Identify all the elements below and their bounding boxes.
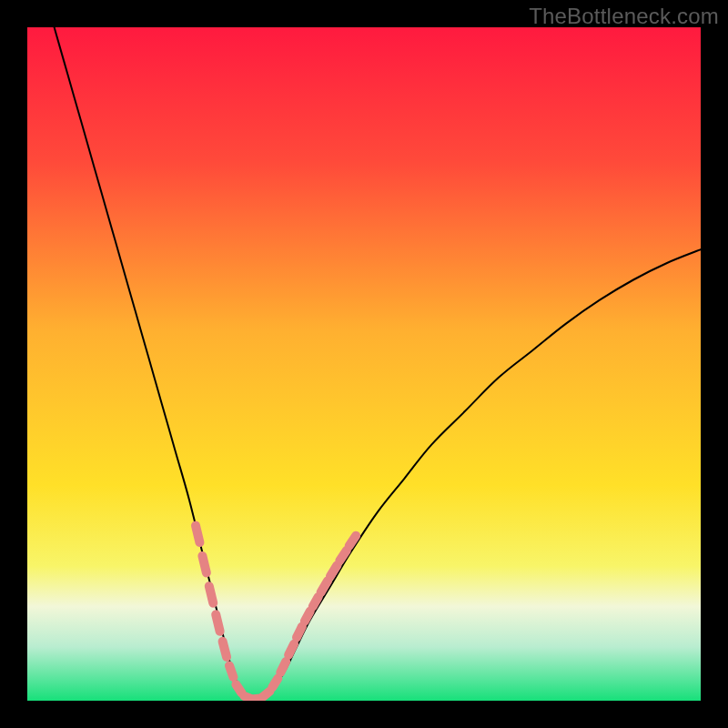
red-dash-segment (216, 614, 219, 632)
red-dash-segment (280, 662, 286, 672)
watermark-text: TheBottleneck.com (529, 4, 719, 29)
red-dash-segment (305, 612, 310, 622)
red-dash-segment (297, 627, 302, 638)
red-dash-segment (339, 551, 346, 561)
chart-frame (27, 27, 701, 701)
red-dash-segment (313, 597, 318, 606)
red-dash-segment (272, 679, 278, 688)
red-dash-segment (202, 556, 206, 573)
bottleneck-chart (27, 27, 701, 701)
red-dash-segment (209, 586, 213, 603)
red-dash-segment (236, 684, 241, 693)
red-dash-segment (263, 692, 269, 697)
red-dash-segment (229, 666, 233, 678)
red-dash-segment (349, 536, 356, 546)
red-dash-segment (196, 526, 199, 543)
red-dash-segment (288, 644, 294, 655)
gradient-background (27, 27, 701, 701)
red-dash-segment (330, 565, 337, 576)
red-dash-segment (321, 581, 328, 592)
red-dash-segment (223, 642, 227, 657)
